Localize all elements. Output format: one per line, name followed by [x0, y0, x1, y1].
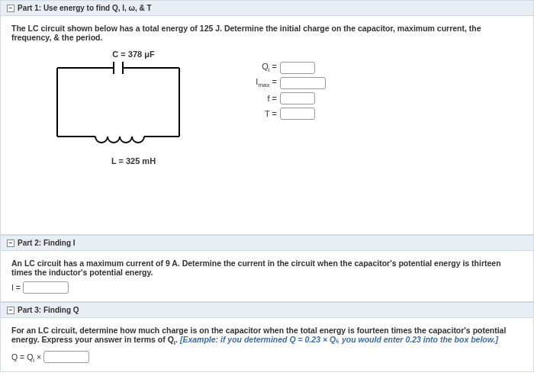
- part3-example: [Example: if you determined Q = 0.23 × Q…: [180, 335, 498, 344]
- part3-body: For an LC circuit, determine how much ch…: [0, 318, 534, 372]
- part1-inputs: Qi = Imax = f = T =: [256, 62, 326, 165]
- part1-title: Part 1: Use energy to find Q, I, ω, & T: [18, 4, 152, 12]
- t-input[interactable]: [280, 108, 315, 120]
- part3-prompt: For an LC circuit, determine how much ch…: [11, 326, 523, 346]
- part2-header[interactable]: − Part 2: Finding I: [0, 235, 534, 251]
- capacitor-label: C = 378 μF: [42, 50, 225, 59]
- part3-input-label: Q = Qi ×: [11, 352, 41, 361]
- part2-body: An LC circuit has a maximum current of 9…: [0, 251, 534, 302]
- qi-input[interactable]: [280, 62, 315, 74]
- imax-input[interactable]: [280, 77, 326, 89]
- imax-label: Imax =: [256, 77, 280, 88]
- collapse-icon[interactable]: −: [7, 307, 14, 314]
- part3-input[interactable]: [43, 351, 89, 363]
- f-label: f =: [256, 94, 280, 103]
- part2-prompt: An LC circuit has a maximum current of 9…: [11, 259, 523, 277]
- part3-header[interactable]: − Part 3: Finding Q: [0, 302, 534, 318]
- circuit-diagram: C = 378 μF L = 325 mH: [42, 50, 225, 165]
- qi-label: Qi =: [256, 62, 280, 73]
- collapse-icon[interactable]: −: [7, 5, 14, 12]
- part2-input-label: I =: [11, 283, 21, 292]
- part2-input[interactable]: [23, 281, 69, 294]
- f-input[interactable]: [280, 92, 315, 104]
- t-label: T =: [256, 109, 280, 118]
- inductor-label: L = 325 mH: [42, 156, 225, 165]
- part1-prompt: The LC circuit shown below has a total e…: [11, 24, 523, 42]
- part2-title: Part 2: Finding I: [18, 239, 76, 247]
- part1-header[interactable]: − Part 1: Use energy to find Q, I, ω, & …: [0, 0, 534, 16]
- part3-title: Part 3: Finding Q: [18, 306, 79, 314]
- collapse-icon[interactable]: −: [7, 239, 14, 247]
- lc-circuit-svg: [42, 60, 195, 152]
- part1-body: The LC circuit shown below has a total e…: [0, 16, 534, 235]
